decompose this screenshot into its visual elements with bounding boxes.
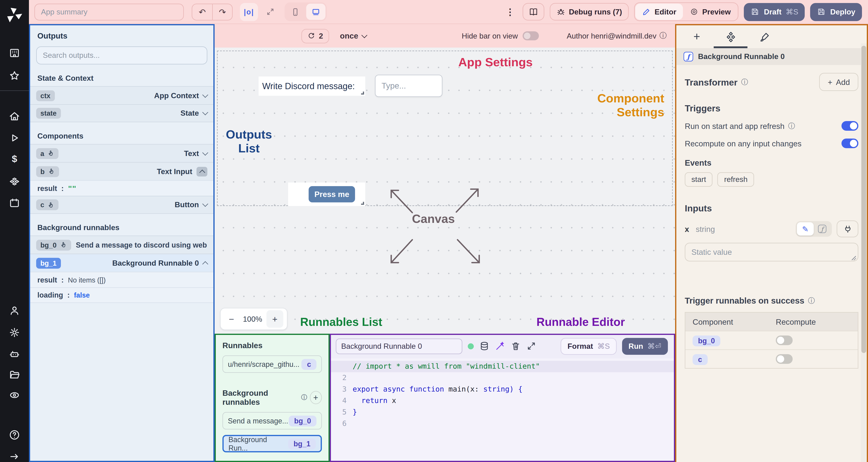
editor-header: Format ⌘S Run ⌘⏎ xyxy=(331,335,674,357)
info-icon[interactable]: ⓘ xyxy=(659,31,667,41)
fullwidth-button[interactable] xyxy=(261,3,278,21)
resources-cubes-icon[interactable] xyxy=(8,175,21,187)
undo-button[interactable]: ↶ xyxy=(192,4,212,20)
chevron-up-icon[interactable] xyxy=(202,261,208,267)
expand-editor-icon[interactable] xyxy=(526,341,536,351)
button-component-card[interactable]: Press me xyxy=(288,183,365,206)
row-badge-bg0[interactable]: bg_0 xyxy=(692,335,720,346)
zoom-in-button[interactable]: + xyxy=(267,310,283,328)
app-grid-outline[interactable] xyxy=(217,51,673,206)
tab-settings[interactable] xyxy=(714,25,747,48)
tab-insert[interactable]: + xyxy=(680,25,714,48)
format-button[interactable]: Format ⌘S xyxy=(561,338,616,355)
eval-mode-button[interactable]: ƒ xyxy=(814,222,831,235)
chevron-down-icon[interactable] xyxy=(202,92,208,98)
row-badge-c[interactable]: c xyxy=(692,354,708,365)
recompute-toggle-bg0[interactable] xyxy=(776,335,793,345)
draft-button[interactable]: Draft ⌘S xyxy=(744,3,805,21)
delete-trash-icon[interactable] xyxy=(510,341,521,351)
runnable-item-bg0[interactable]: Send a message... bg_0 xyxy=(222,412,322,429)
output-row-state[interactable]: state State xyxy=(30,104,213,122)
tab-editor[interactable]: Editor xyxy=(635,4,683,20)
background-runnables-header: Background runnables xyxy=(30,224,213,232)
bg1-loading-row[interactable]: loading : false xyxy=(30,287,213,303)
runnable-item-scrape[interactable]: u/henri/scrape_githu... c xyxy=(222,355,322,373)
cache-database-icon[interactable] xyxy=(479,341,490,351)
resize-handle[interactable] xyxy=(361,202,364,205)
schedules-calendar-icon[interactable] xyxy=(8,197,21,209)
chevron-down-icon[interactable] xyxy=(202,150,208,156)
desktop-view-button[interactable] xyxy=(306,4,326,20)
mobile-view-button[interactable] xyxy=(286,4,305,20)
refresh-mode-select[interactable]: once xyxy=(340,31,367,40)
function-icon: ƒ xyxy=(818,225,827,233)
ai-wand-icon[interactable] xyxy=(495,341,505,351)
code-editor[interactable]: 1 2 3 4 5 6 // import * as wmill from "w… xyxy=(331,358,674,461)
docs-button[interactable] xyxy=(522,3,544,21)
redo-button[interactable]: ↷ xyxy=(212,4,232,20)
recompute-row: Recompute on any input changes xyxy=(685,138,858,148)
workers-robot-icon[interactable] xyxy=(8,348,21,360)
bg1-name: Background Runnable 0 xyxy=(112,259,199,267)
output-row-c[interactable]: c Button xyxy=(30,196,213,214)
runnable-item-bg1[interactable]: Background Run... bg_1 xyxy=(222,435,322,452)
center-align-button[interactable]: |o| xyxy=(240,3,258,21)
add-transformer-button[interactable]: +Add xyxy=(819,73,858,91)
b-result-row[interactable]: result : "" xyxy=(30,180,213,196)
output-row-bg0[interactable]: bg_0 Send a message to discord using web… xyxy=(30,235,213,254)
text-component-discord[interactable]: Write Discord message: xyxy=(258,76,365,96)
recompute-toggle[interactable] xyxy=(841,138,858,148)
settings-gear-icon[interactable] xyxy=(8,327,21,338)
static-value-input[interactable] xyxy=(685,243,858,261)
search-outputs-input[interactable] xyxy=(36,46,207,64)
scrollbar-track[interactable] xyxy=(861,43,867,462)
folders-icon[interactable] xyxy=(8,369,21,381)
selected-runnable-header[interactable]: ƒ Background Runnable 0 xyxy=(676,48,867,65)
connect-mode-button[interactable] xyxy=(837,221,858,237)
bg1-result-row[interactable]: result : No items ([]) xyxy=(30,272,213,287)
home-icon[interactable] xyxy=(8,110,21,122)
add-background-runnable-button[interactable]: + xyxy=(310,391,322,404)
event-pill-start[interactable]: start xyxy=(685,172,713,187)
chevron-down-icon[interactable] xyxy=(202,109,208,116)
zoom-out-button[interactable]: − xyxy=(224,312,239,326)
press-me-button[interactable]: Press me xyxy=(309,186,355,202)
function-icon: ƒ xyxy=(684,52,693,61)
run-button[interactable]: Run ⌘⏎ xyxy=(622,338,668,355)
help-question-icon[interactable] xyxy=(8,429,21,441)
run-shortcut: ⌘⏎ xyxy=(647,341,661,351)
favorites-star-icon[interactable] xyxy=(8,70,21,82)
debug-runs-button[interactable]: Debug runs (7) xyxy=(550,3,629,21)
output-row-ctx[interactable]: ctx App Context xyxy=(30,86,213,104)
recompute-toggle-c[interactable] xyxy=(776,354,793,364)
output-row-bg1[interactable]: bg_1 Background Runnable 0 xyxy=(30,254,213,272)
deploy-button[interactable]: Deploy xyxy=(810,3,862,21)
windmill-logo[interactable] xyxy=(4,5,25,25)
more-menu-button[interactable]: ⋮ xyxy=(503,6,517,17)
text-input-component[interactable] xyxy=(375,75,442,97)
app-summary-input[interactable] xyxy=(34,3,184,20)
static-mode-button[interactable]: ✎ xyxy=(797,222,814,235)
output-row-b[interactable]: b Text Input xyxy=(30,162,213,180)
event-pill-refresh[interactable]: refresh xyxy=(717,172,754,187)
hide-bar-toggle[interactable] xyxy=(523,31,539,40)
tab-preview[interactable]: Preview xyxy=(683,4,737,20)
users-person-icon[interactable] xyxy=(8,305,21,317)
chevron-down-icon[interactable] xyxy=(202,201,208,207)
chevron-up-icon[interactable] xyxy=(196,167,207,176)
run-on-start-toggle[interactable] xyxy=(841,121,858,131)
variables-dollar-icon[interactable]: $ xyxy=(8,154,21,166)
scrollbar-thumb[interactable] xyxy=(861,46,866,353)
settings-body: Transformerⓘ +Add Triggers Run on start … xyxy=(676,73,867,369)
runnable-name-input[interactable] xyxy=(336,338,462,354)
discord-label: Write Discord message: xyxy=(262,81,355,91)
runs-play-icon[interactable] xyxy=(8,132,21,144)
resize-handle[interactable] xyxy=(361,92,364,95)
collapse-arrow-icon[interactable] xyxy=(8,451,21,462)
output-row-a[interactable]: a Text xyxy=(30,144,213,162)
workspace-icon[interactable] xyxy=(8,47,21,59)
audit-eye-icon[interactable] xyxy=(8,389,21,401)
input-name: x xyxy=(685,225,689,233)
tab-styling[interactable] xyxy=(747,25,781,48)
refresh-counter[interactable]: 2 xyxy=(301,29,329,43)
